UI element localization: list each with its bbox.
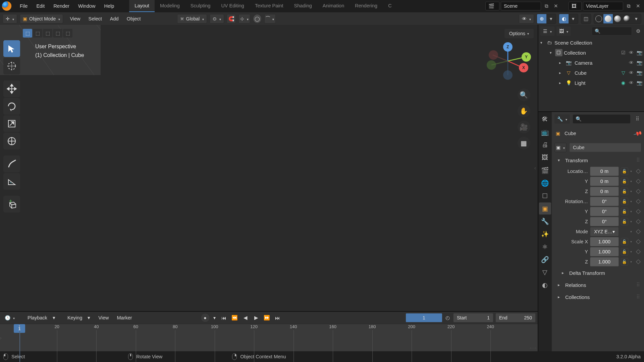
lock-icon[interactable]: 🔓 (621, 258, 628, 265)
object-name-field[interactable]: Cube (569, 143, 641, 152)
scale-x-field[interactable]: 1.000 (590, 237, 619, 246)
tool-select-box[interactable] (3, 40, 20, 57)
workspace-uv-editing[interactable]: UV Editing (216, 0, 250, 12)
workspace-shading[interactable]: Shading (289, 0, 317, 12)
workspace-more[interactable]: C (383, 0, 397, 12)
tab-viewlayer[interactable]: 🖼 (539, 152, 551, 164)
tool-move[interactable] (3, 80, 20, 97)
visibility-selector[interactable]: 👁 (519, 14, 534, 23)
panel-transform-header[interactable]: ▾ Transform ⠿ (552, 154, 644, 166)
overlay-options[interactable]: ▾ (569, 14, 578, 23)
menu-marker[interactable]: Marker (113, 313, 136, 322)
workspace-sculpting[interactable]: Sculpting (185, 0, 216, 12)
panel-relations-header[interactable]: ▸ Relations ⠿ (552, 279, 644, 291)
panel-delta-transform-header[interactable]: ▸ Delta Transform (552, 267, 644, 279)
eye-icon[interactable]: 👁 (628, 70, 635, 75)
viewlayer-name-field[interactable]: ViewLayer (583, 2, 623, 10)
tool-cursor[interactable] (3, 58, 20, 74)
tool-scale[interactable] (3, 115, 20, 132)
keyframe-icon[interactable] (636, 179, 641, 184)
tab-collection[interactable]: ☐ (539, 190, 551, 202)
outliner-filter-button[interactable]: ⚙ (634, 27, 642, 35)
keyframe-prev-button[interactable]: ⏪ (230, 313, 240, 322)
select-mode-extend[interactable]: ⬚ (33, 29, 42, 38)
lock-icon[interactable]: 🔓 (621, 198, 628, 205)
lock-icon[interactable]: 🔓 (621, 218, 628, 225)
pin-icon[interactable]: 📌 (633, 129, 643, 138)
keyframe-icon[interactable] (636, 189, 641, 194)
location-y-field[interactable]: 0 m (590, 177, 619, 186)
menu-help[interactable]: Help (100, 1, 119, 11)
keyframe-icon[interactable] (636, 249, 641, 254)
axis-z-button[interactable]: Z (503, 42, 513, 52)
workspace-layout[interactable]: Layout (129, 0, 155, 12)
perspective-toggle[interactable]: ▦ (518, 137, 530, 149)
breadcrumb-object[interactable]: Cube (565, 131, 576, 136)
menu-render[interactable]: Render (49, 1, 74, 11)
delete-viewlayer-button[interactable]: ✕ (634, 2, 642, 10)
editor-type-button[interactable]: ✛ (3, 14, 17, 23)
tab-particles[interactable]: ✨ (539, 228, 551, 240)
axis-neg-z[interactable] (503, 70, 513, 80)
jump-end-button[interactable]: ⏭ (273, 313, 283, 322)
tool-annotate[interactable] (3, 156, 20, 172)
show-overlays-toggle[interactable]: ◐ (559, 14, 569, 23)
expand-icon[interactable]: ▸ (557, 71, 563, 75)
keyframe-next-button[interactable]: ⏩ (262, 313, 272, 322)
gizmo-options[interactable]: ▾ (546, 14, 556, 23)
timeline-sidebar-expand[interactable]: › (0, 324, 3, 351)
tab-world[interactable]: 🌐 (539, 177, 551, 189)
properties-options[interactable]: ⠿ (633, 115, 641, 123)
start-frame-field[interactable]: Start 1 (453, 313, 493, 322)
lock-icon[interactable]: 🔓 (621, 248, 628, 255)
datablock-selector[interactable]: ▣ (554, 143, 567, 152)
panel-collections-header[interactable]: ▸ Collections ⠿ (552, 291, 644, 303)
eye-icon[interactable]: 👁 (628, 80, 635, 85)
select-mode-intersect[interactable]: ⬚ (63, 29, 72, 38)
props-editor-type[interactable]: 🔧 (554, 114, 570, 124)
outliner-collection[interactable]: ▾ ☐ Collection ☑ 👁 📷 (538, 48, 644, 58)
menu-select[interactable]: Select (85, 14, 106, 23)
snap-toggle[interactable]: 🧲 (227, 14, 236, 23)
pivot-selector[interactable]: ⊙ (210, 14, 224, 23)
play-reverse-button[interactable]: ◀ (240, 313, 251, 322)
render-icon[interactable]: 📷 (636, 70, 643, 75)
proportional-edit-toggle[interactable]: ◯ (253, 14, 262, 23)
checkbox-icon[interactable]: ☑ (620, 50, 627, 55)
shading-options[interactable]: ▾ (632, 14, 641, 23)
current-frame-field[interactable]: 1 (406, 313, 442, 322)
axis-navigation-gizmo[interactable]: X Y Z (486, 41, 530, 84)
solid-shading[interactable] (603, 14, 613, 23)
select-mode-subtract[interactable]: ⬚ (43, 29, 52, 38)
n-panel-expand[interactable]: ‹ (534, 25, 538, 311)
keyframe-icon[interactable] (636, 209, 641, 214)
menu-playback[interactable]: Playback ▾ (19, 313, 59, 322)
menu-object[interactable]: Object (123, 14, 145, 23)
menu-tl-view[interactable]: View (94, 313, 113, 322)
wireframe-shading[interactable] (594, 14, 603, 23)
outliner-scene-collection[interactable]: ▾ 🗀 Scene Collection (538, 38, 644, 48)
rotation-z-field[interactable]: 0° (590, 217, 619, 226)
tab-scene[interactable]: 🎬 (539, 164, 551, 176)
properties-search[interactable]: 🔍 (573, 114, 631, 124)
tool-transform[interactable] (3, 133, 20, 149)
menu-window[interactable]: Window (74, 1, 100, 11)
workspace-rendering[interactable]: Rendering (350, 0, 383, 12)
select-mode-new[interactable]: ⬚ (23, 29, 32, 38)
xray-toggle[interactable]: ◫ (581, 14, 591, 23)
new-scene-button[interactable]: ⧉ (542, 2, 550, 10)
tab-output[interactable]: 🖨 (539, 139, 551, 151)
location-x-field[interactable]: 0 m (590, 167, 619, 176)
expand-icon[interactable]: ▸ (557, 61, 563, 65)
drag-handle-icon[interactable]: ⠿ (636, 157, 641, 163)
autokey-mode[interactable]: ▾ (212, 313, 217, 322)
menu-view[interactable]: View (66, 14, 84, 23)
autokey-toggle[interactable]: ● (201, 313, 210, 322)
jump-start-button[interactable]: ⏮ (219, 313, 229, 322)
menu-add[interactable]: Add (106, 14, 123, 23)
timeline-scroll-handle[interactable]: ⟷ (530, 345, 536, 351)
eye-icon[interactable]: 👁 (628, 50, 635, 55)
timeline-editor-type[interactable]: 🕓 (2, 313, 17, 322)
workspace-animation[interactable]: Animation (317, 0, 350, 12)
tool-add-primitive[interactable]: + (3, 196, 20, 213)
